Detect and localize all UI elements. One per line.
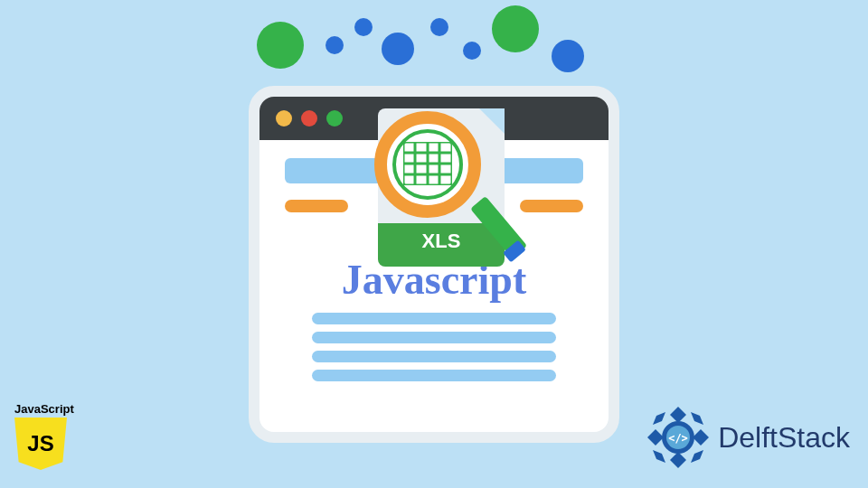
svg-marker-7 bbox=[670, 407, 686, 423]
accent-line-left bbox=[285, 200, 348, 212]
svg-marker-14 bbox=[653, 412, 665, 425]
decorative-dot-icon bbox=[552, 40, 584, 72]
svg-marker-12 bbox=[691, 450, 703, 463]
decorative-dot-icon bbox=[257, 22, 304, 69]
text-line bbox=[312, 370, 557, 381]
page-fold-icon bbox=[479, 108, 505, 134]
svg-marker-10 bbox=[647, 429, 664, 446]
delftstack-brand: </> DelftStack bbox=[646, 405, 850, 470]
svg-marker-13 bbox=[653, 450, 665, 463]
magnifier-ring-icon bbox=[374, 111, 481, 218]
file-type-label: XLS bbox=[378, 223, 505, 267]
spreadsheet-grid-icon bbox=[403, 142, 452, 185]
xls-file-illustration: XLS bbox=[362, 104, 542, 285]
traffic-light-yellow bbox=[276, 110, 292, 127]
decorative-dot-icon bbox=[354, 18, 373, 36]
text-line bbox=[312, 313, 557, 324]
text-line bbox=[312, 351, 557, 362]
decorative-dot-icon bbox=[463, 42, 481, 60]
text-line bbox=[312, 332, 557, 343]
decorative-dot-icon bbox=[492, 5, 539, 52]
traffic-light-green bbox=[326, 110, 343, 127]
javascript-logo-label: JavaScript bbox=[14, 402, 78, 416]
traffic-light-red bbox=[301, 110, 317, 127]
decorative-dot-icon bbox=[382, 33, 414, 65]
decorative-dot-icon bbox=[326, 36, 344, 54]
javascript-logo: JavaScript JS bbox=[14, 402, 78, 470]
delftstack-name: DelftStack bbox=[718, 421, 850, 455]
svg-marker-11 bbox=[691, 412, 703, 425]
svg-marker-8 bbox=[693, 429, 709, 446]
javascript-glyph: JS bbox=[27, 431, 53, 456]
svg-marker-9 bbox=[670, 452, 686, 468]
delftstack-logo-icon: </> bbox=[646, 405, 711, 470]
javascript-shield-icon: JS bbox=[14, 418, 67, 470]
decorative-dot-icon bbox=[430, 18, 448, 36]
svg-text:</>: </> bbox=[668, 432, 688, 445]
